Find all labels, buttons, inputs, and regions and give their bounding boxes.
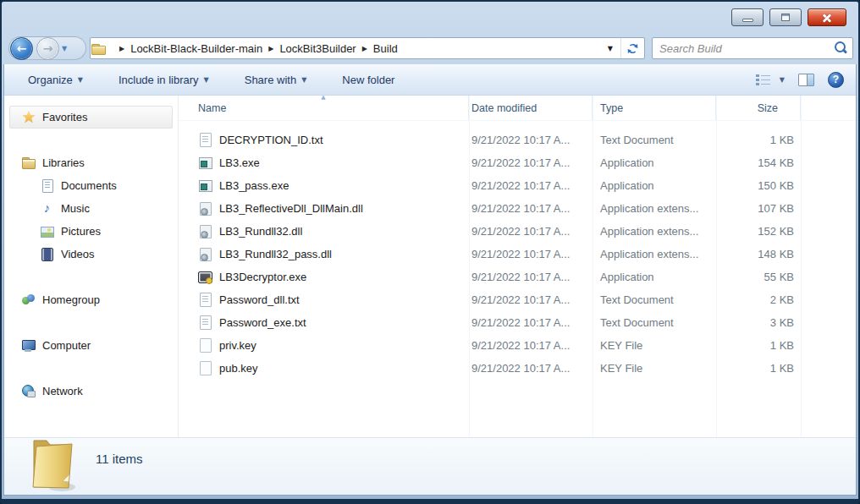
breadcrumb-segment-lockbit-black-builder-main[interactable]: LockBit-Black-Builder-main: [130, 42, 262, 55]
toolbar-button-label: Organize: [28, 74, 73, 86]
column-header-name[interactable]: ▲Name: [179, 96, 469, 120]
column-header-date-modified[interactable]: Date modified: [469, 96, 593, 120]
file-row-password-exe-txt[interactable]: Password_exe.txt9/21/2022 10:17 A...Text…: [179, 311, 856, 334]
toolbar-button-organize[interactable]: Organize▼: [23, 70, 88, 90]
file-row-priv-key[interactable]: priv.key9/21/2022 10:17 A...KEY File1 KB: [179, 334, 856, 357]
breadcrumb-segment-lockbit3builder[interactable]: LockBit3Builder: [279, 42, 356, 55]
file-name-cell: LB3.exe: [179, 156, 469, 170]
toolbar-button-label: Include in library: [119, 74, 199, 86]
refresh-button[interactable]: [620, 38, 644, 58]
address-dropdown-icon[interactable]: ▼: [600, 38, 620, 58]
file-row-lb3decryptor-exe[interactable]: LB3Decryptor.exe9/21/2022 10:17 A...Appl…: [179, 266, 856, 288]
file-name: LB3_Rundll32.dll: [219, 225, 302, 238]
file-type: Application extens...: [593, 225, 716, 238]
column-headers: ▲NameDate modifiedTypeSize: [179, 96, 856, 121]
client-area: Organize▼Include in library▼Share with▼N…: [3, 64, 857, 496]
file-size: 150 KB: [716, 179, 801, 192]
folder-icon[interactable]: [91, 42, 106, 55]
file-row-pub-key[interactable]: pub.key9/21/2022 10:17 A...KEY File1 KB: [179, 357, 856, 380]
file-row-lb3-rundll32-pass-dll[interactable]: LB3_Rundll32_pass.dll9/21/2022 10:17 A..…: [179, 243, 856, 266]
explorer-window: ← → ▼ ▶LockBit-Black-Builder-main▶LockBi…: [0, 0, 860, 504]
file-type: Application: [593, 156, 716, 169]
file-row-lb3-exe[interactable]: LB3.exe9/21/2022 10:17 A...Application15…: [179, 151, 856, 174]
preview-pane-button[interactable]: [798, 74, 814, 86]
sidebar-item-label: Network: [42, 385, 83, 397]
toolbar-button-label: Share with: [245, 74, 296, 86]
libraries-icon: [21, 156, 36, 170]
toolbar-button-include-in-library[interactable]: Include in library▼: [113, 70, 214, 90]
window-controls: [731, 8, 846, 26]
dll-file-icon: [198, 224, 212, 238]
sidebar-item-network[interactable]: Network: [4, 380, 178, 403]
sidebar-item-documents[interactable]: Documents: [4, 174, 178, 197]
minimize-button[interactable]: [731, 8, 764, 26]
file-date: 9/21/2022 10:17 A...: [469, 316, 593, 329]
recent-pages-dropdown-icon[interactable]: ▼: [62, 45, 67, 52]
sidebar-item-label: Computer: [42, 339, 91, 352]
sidebar-item-libraries[interactable]: Libraries: [4, 151, 178, 174]
file-date: 9/21/2022 10:17 A...: [469, 179, 593, 192]
file-size: 55 KB: [716, 271, 801, 283]
sidebar-item-videos[interactable]: Videos: [4, 243, 178, 266]
file-name: Password_exe.txt: [219, 316, 306, 329]
app-file-icon: [198, 178, 212, 193]
column-header-type[interactable]: Type: [593, 96, 716, 120]
maximize-button[interactable]: [769, 8, 802, 26]
sidebar-item-label: Pictures: [61, 225, 101, 238]
sidebar-item-favorites[interactable]: Favorites: [9, 106, 173, 129]
file-name: LB3_pass.exe: [219, 179, 289, 192]
minimize-icon: [742, 19, 753, 22]
file-date: 9/21/2022 10:17 A...: [469, 134, 593, 146]
sidebar-item-label: Libraries: [42, 156, 85, 169]
navigation-pane: FavoritesLibrariesDocuments♪MusicPicture…: [4, 96, 178, 437]
file-date: 9/21/2022 10:17 A...: [469, 248, 593, 260]
toolbar-right-group: ▼ ?: [756, 64, 844, 95]
file-date: 9/21/2022 10:17 A...: [469, 202, 593, 215]
file-row-password-dll-txt[interactable]: Password_dll.txt9/21/2022 10:17 A...Text…: [179, 288, 856, 311]
sidebar-item-label: Favorites: [42, 111, 87, 123]
help-button[interactable]: ?: [828, 72, 844, 88]
sidebar-item-music[interactable]: ♪Music: [4, 197, 178, 220]
file-row-lb3-reflectivedll-dllmain-dll[interactable]: LB3_ReflectiveDll_DllMain.dll9/21/2022 1…: [179, 197, 856, 220]
file-row-lb3-rundll32-dll[interactable]: LB3_Rundll32.dll9/21/2022 10:17 A...Appl…: [179, 220, 856, 243]
key-file-icon: [198, 338, 212, 353]
sidebar-item-label: Documents: [61, 179, 117, 192]
search-box: [652, 37, 853, 59]
file-name-cell: Password_dll.txt: [179, 293, 469, 307]
status-item-count: 11 items: [96, 452, 143, 466]
text-file-icon: [198, 315, 212, 330]
refresh-icon: [626, 42, 639, 55]
file-date: 9/21/2022 10:17 A...: [469, 362, 593, 375]
file-list: ▲NameDate modifiedTypeSize DECRYPTION_ID…: [179, 96, 856, 437]
address-bar[interactable]: ▶LockBit-Black-Builder-main▶LockBit3Buil…: [90, 37, 645, 59]
breadcrumb-separator-icon: ▶: [262, 45, 279, 52]
homegroup-icon: [21, 293, 36, 307]
sidebar-item-homegroup[interactable]: Homegroup: [4, 288, 178, 311]
column-header-label: Date modified: [471, 102, 537, 114]
network-icon: [21, 384, 36, 398]
videos-icon: [40, 247, 54, 261]
file-size: 1 KB: [716, 362, 801, 375]
column-header-label: Size: [758, 102, 778, 114]
decryptor-file-icon: [198, 270, 212, 284]
sidebar-item-computer[interactable]: Computer: [4, 334, 178, 357]
change-view-button[interactable]: ▼: [756, 74, 785, 85]
sidebar-item-pictures[interactable]: Pictures: [4, 220, 178, 243]
back-button[interactable]: ←: [10, 37, 33, 60]
breadcrumb-separator-icon: ▶: [113, 45, 130, 52]
file-size: 152 KB: [716, 225, 801, 238]
file-row-decryption-id-txt[interactable]: DECRYPTION_ID.txt9/21/2022 10:17 A...Tex…: [179, 129, 856, 151]
close-button[interactable]: [808, 8, 846, 26]
file-type: Application extens...: [593, 248, 716, 260]
search-icon[interactable]: [832, 40, 849, 57]
column-header-size[interactable]: Size: [716, 96, 801, 120]
breadcrumb-segment-build[interactable]: Build: [373, 42, 398, 55]
pictures-icon: [40, 224, 54, 238]
toolbar-button-share-with[interactable]: Share with▼: [240, 70, 312, 90]
file-name-cell: DECRYPTION_ID.txt: [179, 133, 469, 147]
sidebar-item-label: Homegroup: [42, 293, 100, 306]
forward-button[interactable]: →: [36, 37, 59, 60]
toolbar-button-new-folder[interactable]: New folder: [337, 70, 400, 90]
search-input[interactable]: [653, 42, 832, 55]
file-row-lb3-pass-exe[interactable]: LB3_pass.exe9/21/2022 10:17 A...Applicat…: [179, 174, 856, 197]
